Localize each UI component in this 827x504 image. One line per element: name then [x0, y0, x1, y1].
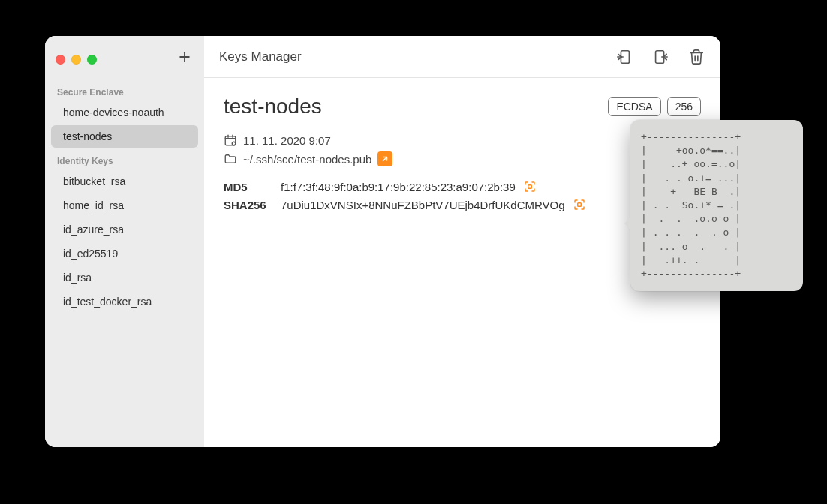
fullscreen-window-button[interactable] — [87, 55, 97, 64]
minimize-window-button[interactable] — [71, 55, 81, 64]
md5-fingerprint: f1:f7:3f:48:9f:0a:b9:17:9b:22:85:23:a9:0… — [281, 181, 516, 194]
titlebar — [45, 45, 204, 80]
sidebar-item-enclave[interactable]: home-devices-noauth — [51, 101, 198, 124]
key-path: ~/.ssh/sce/test-nodes.pub — [243, 153, 371, 166]
svg-rect-6 — [225, 136, 236, 146]
key-name-heading: test-nodes — [224, 94, 602, 118]
sidebar: Secure Enclave home-devices-noauth test-… — [45, 36, 204, 447]
md5-qr-button[interactable] — [523, 180, 537, 194]
toolbar-title: Keys Manager — [219, 50, 615, 64]
sidebar-item-identity[interactable]: id_rsa — [51, 266, 198, 289]
created-date: 11. 11. 2020 9:07 — [243, 134, 331, 147]
sidebar-item-identity[interactable]: id_azure_rsa — [51, 218, 198, 241]
sha256-label: SHA256 — [224, 199, 273, 212]
svg-rect-12 — [528, 185, 532, 189]
toolbar: Keys Manager — [204, 36, 720, 78]
sidebar-item-identity[interactable]: bitbucket_rsa — [51, 170, 198, 193]
reveal-in-finder-button[interactable] — [377, 152, 392, 166]
sha256-qr-button[interactable] — [573, 198, 586, 212]
sidebar-section-enclave: Secure Enclave — [45, 80, 204, 100]
md5-label: MD5 — [224, 181, 273, 194]
svg-point-10 — [232, 142, 236, 146]
delete-button[interactable] — [687, 48, 705, 66]
sidebar-item-enclave[interactable]: test-nodes — [51, 125, 198, 148]
sidebar-item-identity[interactable]: home_id_rsa — [51, 194, 198, 217]
export-button[interactable] — [651, 48, 669, 66]
app-window: Secure Enclave home-devices-noauth test-… — [45, 36, 720, 447]
sidebar-item-identity[interactable]: id_test_docker_rsa — [51, 290, 198, 313]
randomart-popover: +---------------+ | +oo.o*==..| | ..+ oo… — [630, 120, 803, 291]
bits-badge: 256 — [667, 97, 701, 116]
algorithm-badge: ECDSA — [608, 97, 660, 116]
sha256-fingerprint: 7uDiu1DxVNSIx+8NNuFZBbPtV7UEjb4DrfUKdCMR… — [281, 199, 565, 212]
folder-icon — [224, 152, 237, 166]
import-button[interactable] — [615, 48, 633, 66]
calendar-icon — [224, 134, 237, 147]
sidebar-section-identity: Identity Keys — [45, 148, 204, 170]
traffic-lights — [56, 55, 97, 64]
close-window-button[interactable] — [56, 55, 65, 64]
toolbar-actions — [615, 48, 705, 66]
sidebar-item-identity[interactable]: id_ed25519 — [51, 242, 198, 265]
add-key-button[interactable] — [176, 50, 194, 69]
svg-rect-13 — [577, 203, 581, 207]
